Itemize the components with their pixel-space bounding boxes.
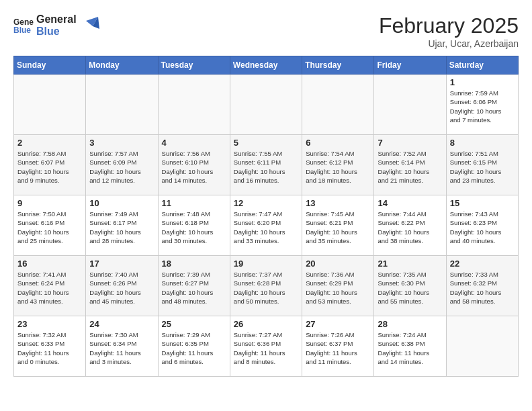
calendar-cell	[374, 75, 446, 135]
calendar-cell: 5Sunrise: 7:55 AM Sunset: 6:11 PM Daylig…	[230, 135, 302, 195]
day-number: 19	[234, 259, 298, 269]
day-number: 17	[89, 259, 154, 269]
day-number: 13	[306, 198, 370, 208]
calendar-cell: 13Sunrise: 7:45 AM Sunset: 6:21 PM Dayli…	[302, 195, 374, 256]
calendar-cell	[302, 75, 374, 135]
calendar-cell	[158, 75, 230, 135]
day-number: 9	[17, 198, 82, 208]
day-number: 21	[378, 259, 442, 269]
day-info: Sunrise: 7:33 AM Sunset: 6:32 PM Dayligh…	[450, 270, 515, 306]
calendar-cell	[86, 75, 158, 135]
day-info: Sunrise: 7:57 AM Sunset: 6:09 PM Dayligh…	[89, 149, 154, 185]
day-info: Sunrise: 7:58 AM Sunset: 6:07 PM Dayligh…	[17, 149, 82, 185]
calendar-cell: 6Sunrise: 7:54 AM Sunset: 6:12 PM Daylig…	[302, 135, 374, 195]
day-info: Sunrise: 7:43 AM Sunset: 6:23 PM Dayligh…	[450, 210, 515, 245]
day-number: 14	[378, 198, 442, 208]
day-number: 20	[306, 259, 370, 269]
logo-bird-icon	[79, 15, 99, 36]
logo-icon: General Blue	[13, 15, 34, 36]
day-number: 6	[306, 138, 370, 148]
day-number: 22	[450, 259, 515, 269]
day-info: Sunrise: 7:41 AM Sunset: 6:24 PM Dayligh…	[17, 270, 82, 306]
calendar-header: SundayMondayTuesdayWednesdayThursdayFrid…	[14, 56, 519, 75]
day-info: Sunrise: 7:36 AM Sunset: 6:29 PM Dayligh…	[306, 270, 370, 306]
calendar-cell: 9Sunrise: 7:50 AM Sunset: 6:16 PM Daylig…	[14, 195, 86, 256]
weekday-header-thursday: Thursday	[302, 56, 374, 75]
weekday-header-saturday: Saturday	[446, 56, 518, 75]
logo-general: General	[36, 13, 77, 26]
day-number: 24	[89, 319, 154, 329]
day-info: Sunrise: 7:32 AM Sunset: 6:33 PM Dayligh…	[17, 330, 82, 366]
calendar-cell: 22Sunrise: 7:33 AM Sunset: 6:32 PM Dayli…	[446, 256, 518, 316]
calendar-cell: 20Sunrise: 7:36 AM Sunset: 6:29 PM Dayli…	[302, 256, 374, 316]
day-number: 12	[234, 198, 298, 208]
day-info: Sunrise: 7:50 AM Sunset: 6:16 PM Dayligh…	[17, 210, 82, 245]
calendar-cell: 4Sunrise: 7:56 AM Sunset: 6:10 PM Daylig…	[158, 135, 230, 195]
day-info: Sunrise: 7:35 AM Sunset: 6:30 PM Dayligh…	[378, 270, 442, 306]
day-number: 1	[450, 77, 515, 87]
calendar-cell: 15Sunrise: 7:43 AM Sunset: 6:23 PM Dayli…	[446, 195, 518, 256]
calendar-cell: 3Sunrise: 7:57 AM Sunset: 6:09 PM Daylig…	[86, 135, 158, 195]
day-info: Sunrise: 7:30 AM Sunset: 6:34 PM Dayligh…	[89, 330, 154, 366]
day-number: 16	[17, 259, 82, 269]
logo: General Blue General Blue	[13, 13, 99, 37]
title-block: February 2025 Ujar, Ucar, Azerbaijan	[379, 13, 519, 49]
day-number: 10	[89, 198, 154, 208]
day-info: Sunrise: 7:56 AM Sunset: 6:10 PM Dayligh…	[162, 149, 226, 185]
day-number: 7	[378, 138, 442, 148]
day-info: Sunrise: 7:59 AM Sunset: 6:06 PM Dayligh…	[450, 89, 515, 124]
day-info: Sunrise: 7:44 AM Sunset: 6:22 PM Dayligh…	[378, 210, 442, 245]
calendar-cell: 25Sunrise: 7:29 AM Sunset: 6:35 PM Dayli…	[158, 316, 230, 377]
calendar-body: 1Sunrise: 7:59 AM Sunset: 6:06 PM Daylig…	[14, 75, 519, 377]
calendar-cell: 24Sunrise: 7:30 AM Sunset: 6:34 PM Dayli…	[86, 316, 158, 377]
calendar-cell	[14, 75, 86, 135]
calendar-cell: 11Sunrise: 7:48 AM Sunset: 6:18 PM Dayli…	[158, 195, 230, 256]
calendar-week-5: 23Sunrise: 7:32 AM Sunset: 6:33 PM Dayli…	[14, 316, 519, 377]
day-number: 11	[162, 198, 226, 208]
day-number: 26	[234, 319, 298, 329]
calendar-cell: 21Sunrise: 7:35 AM Sunset: 6:30 PM Dayli…	[374, 256, 446, 316]
page-header: General Blue General Blue February 2025 …	[13, 13, 519, 49]
day-number: 25	[162, 319, 226, 329]
calendar-cell: 17Sunrise: 7:40 AM Sunset: 6:26 PM Dayli…	[86, 256, 158, 316]
day-number: 28	[378, 319, 442, 329]
day-info: Sunrise: 7:24 AM Sunset: 6:38 PM Dayligh…	[378, 330, 442, 366]
day-info: Sunrise: 7:47 AM Sunset: 6:20 PM Dayligh…	[234, 210, 298, 245]
calendar-cell: 1Sunrise: 7:59 AM Sunset: 6:06 PM Daylig…	[446, 75, 518, 135]
weekday-header-sunday: Sunday	[14, 56, 86, 75]
day-number: 8	[450, 138, 515, 148]
weekday-header-monday: Monday	[86, 56, 158, 75]
day-number: 3	[89, 138, 154, 148]
day-info: Sunrise: 7:26 AM Sunset: 6:37 PM Dayligh…	[306, 330, 370, 366]
calendar-week-1: 1Sunrise: 7:59 AM Sunset: 6:06 PM Daylig…	[14, 75, 519, 135]
weekday-header-friday: Friday	[374, 56, 446, 75]
calendar-cell: 10Sunrise: 7:49 AM Sunset: 6:17 PM Dayli…	[86, 195, 158, 256]
day-info: Sunrise: 7:27 AM Sunset: 6:36 PM Dayligh…	[234, 330, 298, 366]
calendar-cell: 19Sunrise: 7:37 AM Sunset: 6:28 PM Dayli…	[230, 256, 302, 316]
calendar-cell: 7Sunrise: 7:52 AM Sunset: 6:14 PM Daylig…	[374, 135, 446, 195]
calendar-week-4: 16Sunrise: 7:41 AM Sunset: 6:24 PM Dayli…	[14, 256, 519, 316]
calendar-cell: 2Sunrise: 7:58 AM Sunset: 6:07 PM Daylig…	[14, 135, 86, 195]
calendar-cell: 18Sunrise: 7:39 AM Sunset: 6:27 PM Dayli…	[158, 256, 230, 316]
calendar-week-3: 9Sunrise: 7:50 AM Sunset: 6:16 PM Daylig…	[14, 195, 519, 256]
day-info: Sunrise: 7:54 AM Sunset: 6:12 PM Dayligh…	[306, 149, 370, 185]
day-info: Sunrise: 7:37 AM Sunset: 6:28 PM Dayligh…	[234, 270, 298, 306]
calendar-week-2: 2Sunrise: 7:58 AM Sunset: 6:07 PM Daylig…	[14, 135, 519, 195]
weekday-header-tuesday: Tuesday	[158, 56, 230, 75]
day-info: Sunrise: 7:51 AM Sunset: 6:15 PM Dayligh…	[450, 149, 515, 185]
day-info: Sunrise: 7:48 AM Sunset: 6:18 PM Dayligh…	[162, 210, 226, 245]
day-info: Sunrise: 7:52 AM Sunset: 6:14 PM Dayligh…	[378, 149, 442, 185]
day-number: 4	[162, 138, 226, 148]
calendar-cell	[230, 75, 302, 135]
day-info: Sunrise: 7:45 AM Sunset: 6:21 PM Dayligh…	[306, 210, 370, 245]
day-number: 18	[162, 259, 226, 269]
calendar-cell: 27Sunrise: 7:26 AM Sunset: 6:37 PM Dayli…	[302, 316, 374, 377]
day-info: Sunrise: 7:39 AM Sunset: 6:27 PM Dayligh…	[162, 270, 226, 306]
svg-text:Blue: Blue	[13, 25, 31, 34]
day-info: Sunrise: 7:29 AM Sunset: 6:35 PM Dayligh…	[162, 330, 226, 366]
calendar-cell: 14Sunrise: 7:44 AM Sunset: 6:22 PM Dayli…	[374, 195, 446, 256]
calendar-cell	[446, 316, 518, 377]
day-info: Sunrise: 7:55 AM Sunset: 6:11 PM Dayligh…	[234, 149, 298, 185]
day-number: 2	[17, 138, 82, 148]
calendar-cell: 26Sunrise: 7:27 AM Sunset: 6:36 PM Dayli…	[230, 316, 302, 377]
